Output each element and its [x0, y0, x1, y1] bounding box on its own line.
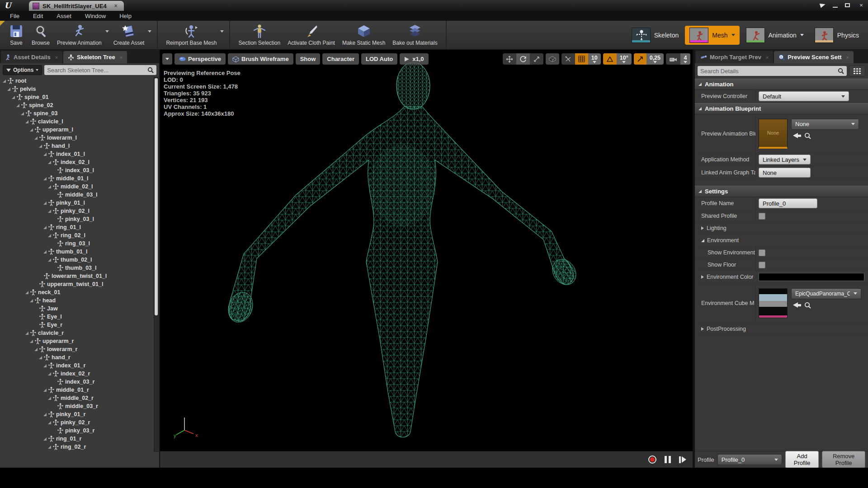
bone-tree-row[interactable]: index_02_r	[0, 370, 159, 378]
environment-color-swatch[interactable]	[759, 273, 864, 281]
character-menu-button[interactable]: Character	[322, 53, 359, 65]
playback-speed-button[interactable]: x1,0	[400, 53, 428, 65]
expander-icon[interactable]	[39, 145, 42, 148]
scale-snap-value[interactable]: 0,25	[646, 53, 664, 65]
bone-tree-row[interactable]: ring_03_l	[0, 239, 159, 248]
tab-asset-details[interactable]: Asset Details ×	[1, 51, 62, 63]
tab-close-icon[interactable]: ×	[120, 55, 123, 60]
shared-profile-checkbox[interactable]	[759, 213, 765, 220]
bone-tree-row[interactable]: head	[0, 296, 159, 305]
section-selection-button[interactable]: Section Selection	[235, 22, 284, 48]
bone-tree-row[interactable]: index_02_l	[0, 158, 159, 166]
coordinate-system-button[interactable]	[546, 53, 559, 65]
expander-icon[interactable]	[30, 128, 33, 131]
tab-preview-scene-settings[interactable]: i Preview Scene Sett ×	[774, 51, 854, 63]
bone-tree-row[interactable]: index_01_l	[0, 150, 159, 158]
expander-icon[interactable]	[25, 291, 28, 294]
window-minimize-button[interactable]	[833, 7, 838, 8]
bone-tree-row[interactable]: middle_03_r	[0, 402, 159, 410]
reimport-base-mesh-button[interactable]: Reimport Base Mesh	[162, 22, 220, 48]
record-button[interactable]	[648, 455, 656, 464]
expander-icon[interactable]	[30, 299, 33, 302]
bone-tree-row[interactable]: ring_01_r	[0, 435, 159, 443]
snap-to-grid-toggle[interactable]	[561, 53, 575, 65]
expander-icon[interactable]	[48, 161, 51, 164]
scale-tool-button[interactable]	[530, 53, 543, 65]
bone-tree-row[interactable]: upperarm_r	[0, 337, 159, 345]
grid-snap-value[interactable]: 10	[588, 53, 601, 65]
tab-skeleton-tree[interactable]: Skeleton Tree ×	[63, 51, 127, 63]
environment-cubemap-dropdown[interactable]: EpicQuadPanorama_CC+E	[791, 288, 861, 299]
menu-help[interactable]: Help	[113, 12, 138, 20]
expander-icon[interactable]	[48, 397, 51, 400]
bone-tree-row[interactable]: pinky_01_l	[0, 199, 159, 207]
perspective-button[interactable]: Perspective	[175, 53, 226, 65]
expander-icon[interactable]	[48, 234, 51, 237]
preview-controller-dropdown[interactable]: Default	[759, 91, 849, 101]
anim-blueprint-thumbnail[interactable]: None	[759, 119, 788, 149]
bone-tree-row[interactable]: ring_02_r	[0, 443, 159, 451]
bone-tree-row[interactable]: Jaw	[0, 305, 159, 313]
expander-icon[interactable]	[34, 136, 38, 140]
show-floor-checkbox[interactable]	[759, 262, 765, 268]
pause-button[interactable]	[665, 456, 671, 463]
bone-tree-row[interactable]: Eye_l	[0, 313, 159, 321]
tree-scrollbar-thumb[interactable]	[155, 78, 158, 315]
section-header-animation[interactable]: Animation	[695, 79, 868, 90]
bone-tree-row[interactable]: middle_01_r	[0, 386, 159, 394]
profile-dropdown[interactable]: Profile_0	[717, 454, 782, 465]
tab-close-icon[interactable]: ×	[766, 55, 769, 60]
expander-icon[interactable]	[48, 258, 51, 262]
bone-tree-row[interactable]: pinky_01_r	[0, 410, 159, 418]
lod-auto-button[interactable]: LOD Auto	[361, 53, 397, 65]
menu-asset[interactable]: Asset	[50, 12, 78, 20]
activate-cloth-paint-button[interactable]: Activate Cloth Paint	[284, 22, 339, 48]
profile-name-field[interactable]: Profile_0	[759, 198, 817, 208]
view-mode-button[interactable]: Brush Wireframe	[228, 53, 293, 65]
expander-icon[interactable]	[16, 104, 19, 107]
bone-tree-row[interactable]: middle_02_r	[0, 394, 159, 402]
bone-tree-row[interactable]: clavicle_l	[0, 117, 159, 126]
bone-tree-row[interactable]: lowerarm_l	[0, 134, 159, 142]
expander-icon[interactable]	[48, 446, 51, 449]
bone-tree-row[interactable]: spine_01	[0, 93, 159, 101]
use-selected-asset-icon[interactable]	[793, 302, 798, 308]
expander-icon[interactable]	[43, 250, 47, 253]
translate-tool-button[interactable]	[503, 53, 516, 65]
tab-close-icon[interactable]: ×	[114, 3, 118, 9]
bone-tree-row[interactable]: thumb_03_l	[0, 264, 159, 272]
bone-tree-row[interactable]: thumb_02_l	[0, 256, 159, 264]
show-menu-button[interactable]: Show	[296, 53, 321, 65]
bone-tree-row[interactable]: ring_02_l	[0, 231, 159, 239]
window-maximize-button[interactable]	[845, 3, 850, 7]
bone-tree-row[interactable]: index_03_l	[0, 166, 159, 174]
bone-tree-row[interactable]: spine_02	[0, 101, 159, 109]
browse-asset-icon[interactable]	[804, 302, 811, 309]
preview-animation-caret-icon[interactable]	[105, 30, 109, 33]
bone-tree-row[interactable]: clavicle_r	[0, 329, 159, 337]
expander-icon[interactable]	[12, 96, 15, 99]
postprocessing-expander-icon[interactable]	[701, 327, 704, 331]
bone-tree-row[interactable]: pelvis	[0, 85, 159, 93]
bone-tree-row[interactable]: lowerarm_r	[0, 345, 159, 353]
bake-out-materials-button[interactable]: Bake out Materials	[389, 22, 441, 48]
expander-icon[interactable]	[25, 332, 28, 335]
bone-tree-row[interactable]: upperarm_twist_01_l	[0, 280, 159, 288]
browse-button[interactable]: Browse	[28, 22, 53, 48]
application-method-dropdown[interactable]: Linked Layers	[759, 155, 811, 164]
bone-tree-row[interactable]: middle_01_l	[0, 174, 159, 183]
add-profile-button[interactable]: Add Profile	[785, 451, 819, 468]
menu-file[interactable]: File	[4, 12, 26, 20]
details-view-options-button[interactable]	[849, 66, 865, 76]
reimport-caret-icon[interactable]	[220, 30, 224, 33]
tree-options-button[interactable]: Options	[3, 65, 42, 75]
skeleton-tree-search-input[interactable]: Search Skeleton Tree...	[44, 65, 156, 75]
expander-icon[interactable]	[48, 421, 51, 424]
expander-icon[interactable]	[39, 356, 42, 359]
viewport-options-button[interactable]	[162, 53, 172, 65]
mode-animation-button[interactable]: Animation	[741, 26, 808, 45]
preview-animation-button[interactable]: Preview Animation	[53, 22, 105, 48]
bone-tree-row[interactable]: root	[0, 77, 159, 85]
expander-icon[interactable]	[43, 389, 47, 392]
make-static-mesh-button[interactable]: Make Static Mesh	[339, 22, 389, 48]
